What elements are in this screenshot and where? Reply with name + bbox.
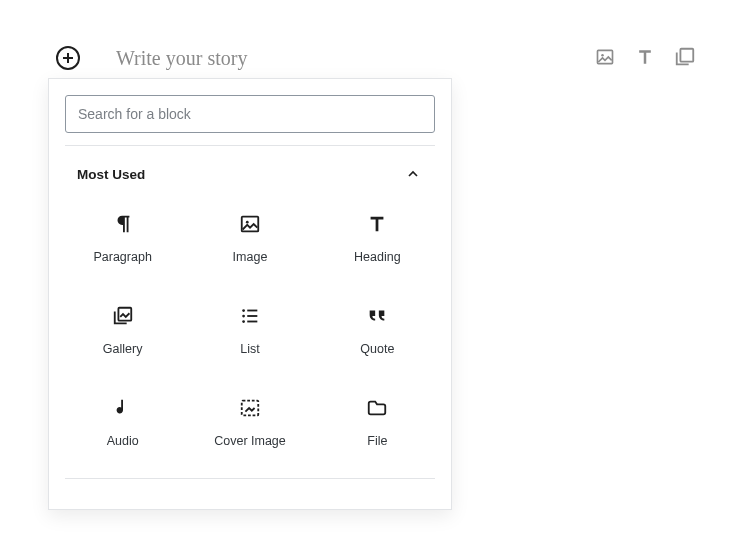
block-file[interactable]: File <box>314 384 441 452</box>
block-label: Heading <box>354 250 401 264</box>
cover-image-icon <box>238 396 262 420</box>
quote-icon <box>365 304 389 328</box>
svg-rect-9 <box>247 310 257 312</box>
svg-point-8 <box>242 320 245 323</box>
quick-image-icon[interactable] <box>594 46 616 68</box>
block-label: Cover Image <box>214 434 286 448</box>
svg-point-6 <box>242 309 245 312</box>
block-list[interactable]: List <box>186 292 313 360</box>
block-list-scroll[interactable]: Most Used Paragraph I <box>49 146 451 509</box>
audio-icon <box>111 396 135 420</box>
block-heading[interactable]: Heading <box>314 200 441 268</box>
divider <box>65 478 435 479</box>
block-cover-image[interactable]: Cover Image <box>186 384 313 452</box>
block-quote[interactable]: Quote <box>314 292 441 360</box>
block-audio[interactable]: Audio <box>59 384 186 452</box>
quick-heading-icon[interactable] <box>634 46 656 68</box>
svg-point-1 <box>601 54 604 57</box>
gallery-icon <box>111 304 135 328</box>
svg-point-7 <box>242 315 245 318</box>
block-gallery[interactable]: Gallery <box>59 292 186 360</box>
svg-rect-11 <box>247 321 257 323</box>
block-inserter-panel: Most Used Paragraph I <box>48 78 452 510</box>
block-label: File <box>367 434 387 448</box>
paragraph-icon <box>111 212 135 236</box>
block-image[interactable]: Image <box>186 200 313 268</box>
file-icon <box>365 396 389 420</box>
panel-title: Most Used <box>77 167 145 182</box>
list-icon <box>238 304 262 328</box>
heading-icon <box>365 212 389 236</box>
chevron-up-icon <box>403 164 423 184</box>
block-paragraph[interactable]: Paragraph <box>59 200 186 268</box>
block-label: Audio <box>107 434 139 448</box>
block-label: Image <box>233 250 268 264</box>
search-block-input[interactable] <box>65 95 435 133</box>
svg-point-4 <box>246 221 249 224</box>
panel-most-used[interactable]: Most Used <box>49 146 451 192</box>
block-label: Quote <box>360 342 394 356</box>
block-label: Gallery <box>103 342 143 356</box>
svg-rect-2 <box>680 49 693 62</box>
add-block-button[interactable] <box>56 46 80 70</box>
block-label: List <box>240 342 259 356</box>
block-label: Paragraph <box>93 250 151 264</box>
image-icon <box>238 212 262 236</box>
svg-rect-10 <box>247 315 257 317</box>
quick-gallery-icon[interactable] <box>674 46 696 68</box>
